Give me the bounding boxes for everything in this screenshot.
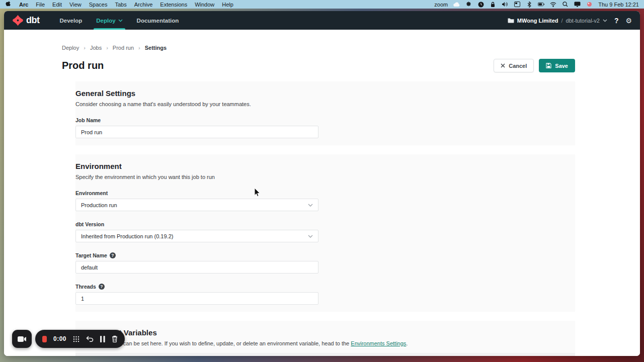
menu-item-file[interactable]: File [36, 2, 45, 8]
menu-item-tabs[interactable]: Tabs [115, 2, 126, 8]
bluetooth-icon[interactable] [526, 1, 532, 8]
browser-window: dbt Develop Deploy Documentation MWong L… [4, 11, 640, 356]
chevron-down-icon [603, 19, 607, 22]
breadcrumb-separator: › [84, 45, 86, 51]
battery-icon[interactable] [538, 1, 544, 8]
search-icon[interactable] [562, 1, 569, 8]
folder-icon [508, 18, 514, 23]
dbt-logo-text: dbt [26, 15, 39, 26]
save-button[interactable]: Save [539, 59, 575, 72]
recording-toolbar: 0:00 [35, 330, 125, 348]
account-project-picker[interactable]: MWong Limited / dbt-tutorial-v2 [508, 18, 607, 24]
pause-icon[interactable] [100, 336, 105, 342]
settings-gear-icon[interactable] [465, 1, 472, 8]
camera-toggle-button[interactable] [12, 330, 32, 348]
dbt-logo[interactable]: dbt [12, 15, 39, 26]
menu-item-help[interactable]: Help [222, 2, 233, 8]
menu-item-extensions[interactable]: Extensions [160, 2, 187, 8]
environment-variables-section: Environment Variables Job level override… [75, 321, 575, 356]
record-stop-button[interactable] [42, 336, 47, 342]
environment-subtitle: Specify the environment in which you wan… [75, 174, 575, 180]
chevron-down-icon [118, 19, 123, 22]
dbt-version-label: dbt Version [75, 221, 318, 227]
menu-item-archive[interactable]: Archive [134, 2, 153, 8]
undo-icon[interactable] [86, 336, 94, 342]
nav-tab-deploy[interactable]: Deploy [89, 11, 129, 30]
dbt-navbar: dbt Develop Deploy Documentation MWong L… [4, 11, 640, 30]
job-name-label: Job Name [75, 117, 318, 123]
breadcrumb-separator: › [106, 45, 108, 51]
nav-tab-develop[interactable]: Develop [52, 11, 89, 30]
threads-label: Threads ? [75, 284, 318, 290]
threads-help-icon[interactable]: ? [99, 284, 105, 290]
threads-input[interactable] [75, 292, 318, 305]
close-icon [501, 63, 505, 68]
menu-item-view[interactable]: View [69, 2, 82, 8]
general-settings-subtitle: Consider choosing a name that's easily u… [75, 101, 575, 107]
environment-title: Environment [75, 162, 575, 170]
job-name-input[interactable] [75, 126, 318, 138]
lock-icon[interactable] [490, 1, 496, 8]
account-name: MWong Limited [517, 18, 558, 24]
dbt-logo-icon [12, 15, 24, 26]
account-separator: / [561, 18, 563, 24]
page-content: Deploy › Jobs › Prod run › Settings Prod… [4, 30, 640, 356]
environment-section: Environment Specify the environment in w… [75, 154, 575, 312]
breadcrumb-deploy[interactable]: Deploy [62, 45, 79, 51]
column-header-job-override: Job Override [361, 355, 392, 356]
trash-icon[interactable] [112, 335, 118, 342]
environments-settings-link[interactable]: Environments Settings [351, 340, 406, 346]
menu-item-window[interactable]: Window [195, 2, 214, 8]
chevron-down-icon [308, 235, 313, 238]
dbt-version-select[interactable]: Inherited from Production run (0.19.2) [75, 230, 318, 242]
nav-tab-documentation[interactable]: Documentation [130, 11, 186, 30]
gear-icon[interactable]: ⚙ [625, 17, 632, 24]
breadcrumb-separator: › [138, 45, 140, 51]
target-name-help-icon[interactable]: ? [110, 252, 116, 258]
apple-menu-icon[interactable] [5, 1, 12, 8]
clock-icon[interactable] [477, 1, 484, 8]
environment-variables-description: Job level overrides can be set here. If … [75, 340, 575, 346]
environment-select[interactable]: Production run [75, 199, 318, 211]
recording-timer: 0:00 [53, 335, 66, 342]
general-settings-title: General Settings [75, 89, 575, 98]
page-title: Prod run [62, 60, 104, 71]
menu-item-arc[interactable]: Arc [19, 2, 28, 8]
target-name-input[interactable] [75, 261, 318, 274]
display-icon[interactable] [574, 1, 581, 8]
volume-icon[interactable] [502, 1, 508, 8]
breadcrumb-settings: Settings [145, 45, 167, 51]
macos-menu-bar: Arc File Edit View Spaces Tabs Archive E… [0, 0, 644, 9]
video-camera-icon [18, 336, 27, 342]
menu-item-spaces[interactable]: Spaces [89, 2, 108, 8]
general-settings-section: General Settings Consider choosing a nam… [75, 81, 575, 145]
tools-grid-icon[interactable] [73, 336, 79, 342]
menu-item-edit[interactable]: Edit [52, 2, 62, 8]
env-vars-table-header: Inherited Value Job Override [75, 353, 575, 356]
save-icon [546, 63, 551, 68]
environment-label: Environment [75, 190, 318, 196]
environment-variables-title: Environment Variables [75, 328, 575, 337]
chevron-down-icon [308, 204, 313, 207]
window-switcher-icon[interactable] [514, 1, 520, 8]
cloud-icon[interactable] [453, 1, 460, 8]
help-icon[interactable]: ? [614, 17, 619, 25]
wifi-icon[interactable] [550, 1, 556, 8]
target-name-label: Target Name ? [75, 252, 318, 258]
menu-bar-clock[interactable]: Thu 9 Feb 12:21 [598, 2, 639, 8]
breadcrumb: Deploy › Jobs › Prod run › Settings [62, 45, 575, 51]
column-header-inherited-value: Inherited Value [223, 355, 259, 356]
zoom-status-item[interactable]: zoom [434, 2, 448, 8]
breadcrumb-prod-run[interactable]: Prod run [113, 45, 134, 51]
status-dot-icon[interactable] [586, 1, 593, 8]
breadcrumb-jobs[interactable]: Jobs [90, 45, 102, 51]
cancel-button[interactable]: Cancel [494, 59, 534, 72]
project-name: dbt-tutorial-v2 [566, 18, 600, 24]
